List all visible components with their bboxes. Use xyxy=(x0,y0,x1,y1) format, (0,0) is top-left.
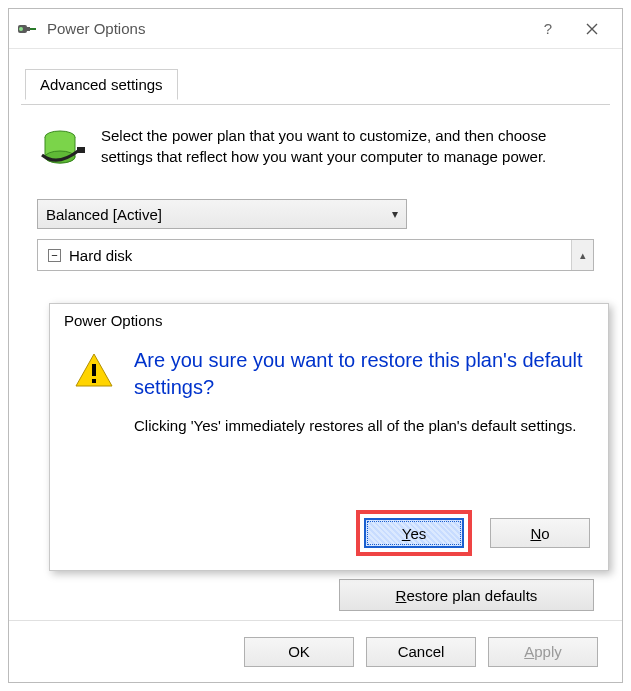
intro-text: Select the power plan that you want to c… xyxy=(101,125,594,175)
power-plan-select[interactable]: Balanced [Active] ▾ xyxy=(37,199,407,229)
dialog-button-row: OK Cancel Apply xyxy=(9,620,622,682)
svg-rect-7 xyxy=(92,379,96,383)
tab-advanced-settings[interactable]: Advanced settings xyxy=(25,69,178,100)
confirm-heading: Are you sure you want to restore this pl… xyxy=(134,347,584,401)
no-button[interactable]: No xyxy=(490,518,590,548)
svg-rect-5 xyxy=(77,147,85,153)
restore-row: Restore plan defaults xyxy=(37,579,594,611)
tree-item-hard-disk[interactable]: Hard disk xyxy=(69,247,132,264)
intro-row: Select the power plan that you want to c… xyxy=(37,125,594,175)
confirm-title: Power Options xyxy=(50,304,608,329)
tab-body: Select the power plan that you want to c… xyxy=(9,105,622,271)
cancel-button[interactable]: Cancel xyxy=(366,637,476,667)
tab-bar: Advanced settings xyxy=(9,69,622,105)
warning-icon xyxy=(74,351,114,391)
svg-rect-6 xyxy=(92,364,96,376)
close-button[interactable] xyxy=(570,14,614,44)
help-button[interactable]: ? xyxy=(526,14,570,44)
apply-button: Apply xyxy=(488,637,598,667)
svg-rect-1 xyxy=(27,27,30,31)
confirm-button-row: Yes No xyxy=(356,510,590,556)
power-options-window: Power Options ? Advanced settings Select… xyxy=(8,8,623,683)
battery-icon xyxy=(37,125,87,175)
scroll-up-icon[interactable]: ▴ xyxy=(571,240,593,270)
confirm-dialog: Power Options Are you sure you want to r… xyxy=(49,303,609,571)
settings-tree[interactable]: − Hard disk ▴ xyxy=(37,239,594,271)
confirm-text: Clicking 'Yes' immediately restores all … xyxy=(134,415,584,436)
chevron-down-icon: ▾ xyxy=(392,207,398,221)
power-options-icon xyxy=(17,19,37,39)
restore-plan-defaults-button[interactable]: Restore plan defaults xyxy=(339,579,594,611)
confirm-body: Are you sure you want to restore this pl… xyxy=(50,329,608,436)
titlebar: Power Options ? xyxy=(9,9,622,49)
ok-button[interactable]: OK xyxy=(244,637,354,667)
svg-point-2 xyxy=(19,27,23,31)
window-title: Power Options xyxy=(47,20,526,37)
yes-button[interactable]: Yes xyxy=(364,518,464,548)
collapse-icon[interactable]: − xyxy=(48,249,61,262)
power-plan-value: Balanced [Active] xyxy=(46,206,162,223)
yes-highlight: Yes xyxy=(356,510,472,556)
